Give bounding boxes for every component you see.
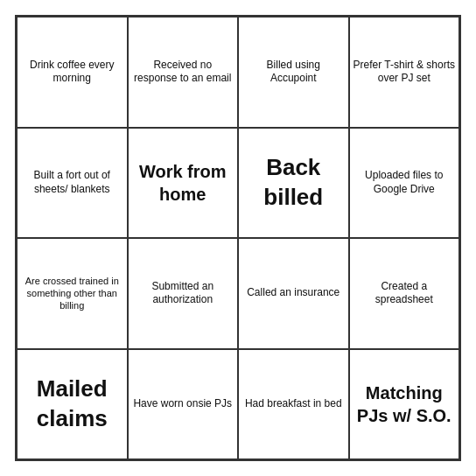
- bingo-cell-r0c0: Drink coffee every morning: [17, 17, 128, 128]
- bingo-cell-r2c3: Created a spreadsheet: [349, 238, 460, 349]
- bingo-cell-r2c2: Called an insurance: [238, 238, 349, 349]
- bingo-cell-r0c1: Received no response to an email: [128, 17, 239, 128]
- bingo-cell-r3c1: Have worn onsie PJs: [128, 349, 239, 460]
- bingo-cell-r0c2: Billed using Accupoint: [238, 17, 349, 128]
- bingo-cell-r2c0: Are crossed trained in something other t…: [17, 238, 128, 349]
- bingo-cell-r1c0: Built a fort out of sheets/ blankets: [17, 128, 128, 239]
- bingo-cell-r3c3: Matching PJs w/ S.O.: [349, 349, 460, 460]
- bingo-cell-r2c1: Submitted an authorization: [128, 238, 239, 349]
- bingo-cell-r1c2: Back billed: [238, 128, 349, 239]
- bingo-card: Drink coffee every morningReceived no re…: [15, 15, 461, 461]
- bingo-cell-r1c1: Work from home: [128, 128, 239, 239]
- bingo-cell-r1c3: Uploaded files to Google Drive: [349, 128, 460, 239]
- bingo-cell-r3c0: Mailed claims: [17, 349, 128, 460]
- bingo-cell-r0c3: Prefer T-shirt & shorts over PJ set: [349, 17, 460, 128]
- bingo-cell-r3c2: Had breakfast in bed: [238, 349, 349, 460]
